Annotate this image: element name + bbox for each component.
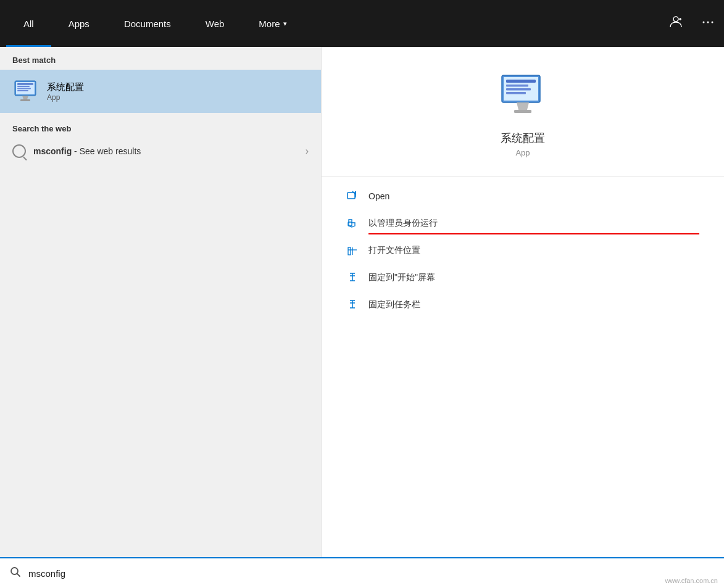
svg-rect-16 bbox=[506, 80, 536, 83]
app-detail-name: 系统配置 bbox=[501, 131, 545, 146]
search-web-label: Search the web bbox=[0, 113, 321, 139]
open-icon bbox=[346, 190, 359, 202]
menu-item-open-location-label: 打开文件位置 bbox=[368, 245, 420, 256]
watermark: www.cfan.com.cn bbox=[665, 577, 718, 584]
best-match-text: 系统配置 App bbox=[47, 81, 84, 102]
svg-point-5 bbox=[712, 21, 714, 23]
menu-item-run-as-admin-label: 以管理员身份运行 bbox=[368, 218, 438, 229]
tab-apps[interactable]: Apps bbox=[51, 0, 107, 47]
best-match-label: Best match bbox=[0, 47, 321, 70]
tab-web[interactable]: Web bbox=[188, 0, 242, 47]
menu-item-open-location[interactable]: 打开文件位置 bbox=[322, 237, 724, 264]
svg-rect-17 bbox=[506, 85, 528, 87]
chevron-down-icon: ▾ bbox=[283, 20, 287, 28]
main-content: Best match 系统配置 App Search bbox=[0, 47, 724, 557]
tab-more[interactable]: More ▾ bbox=[241, 0, 304, 47]
svg-marker-12 bbox=[22, 96, 28, 99]
search-suffix: - See web results bbox=[72, 146, 141, 156]
svg-rect-19 bbox=[506, 92, 526, 94]
menu-item-pin-taskbar-label: 固定到任务栏 bbox=[368, 299, 420, 310]
menu-item-run-as-admin[interactable]: 以管理员身份运行 bbox=[322, 210, 724, 237]
file-location-icon bbox=[346, 244, 359, 257]
menu-item-pin-start[interactable]: 固定到"开始"屏幕 bbox=[322, 264, 724, 291]
svg-point-4 bbox=[707, 21, 709, 23]
right-panel: 系统配置 App Open bbox=[321, 47, 724, 557]
menu-item-pin-taskbar[interactable]: 固定到任务栏 bbox=[322, 291, 724, 318]
app-name: 系统配置 bbox=[47, 81, 84, 93]
chevron-right-icon: › bbox=[306, 146, 309, 157]
svg-rect-9 bbox=[17, 86, 30, 87]
nav-right-icons bbox=[666, 12, 718, 35]
svg-rect-8 bbox=[17, 83, 33, 85]
svg-rect-22 bbox=[347, 193, 355, 199]
svg-line-33 bbox=[17, 573, 20, 576]
svg-point-3 bbox=[703, 21, 705, 23]
web-search-text: msconfig - See web results bbox=[33, 146, 298, 156]
ellipsis-icon[interactable] bbox=[698, 12, 718, 35]
svg-rect-21 bbox=[514, 110, 531, 113]
svg-rect-13 bbox=[20, 99, 30, 101]
web-search-row[interactable]: msconfig - See web results › bbox=[0, 139, 321, 163]
search-bar-icon bbox=[10, 566, 21, 581]
tab-all[interactable]: All bbox=[6, 0, 51, 47]
svg-marker-20 bbox=[517, 102, 529, 110]
left-panel: Best match 系统配置 App Search bbox=[0, 47, 321, 557]
app-type: App bbox=[47, 93, 84, 102]
svg-rect-0 bbox=[673, 17, 678, 22]
svg-rect-11 bbox=[17, 90, 28, 91]
app-icon bbox=[12, 78, 38, 104]
red-underline bbox=[368, 233, 699, 234]
shield-icon bbox=[346, 217, 359, 230]
app-detail-type: App bbox=[515, 148, 530, 157]
top-navigation: All Apps Documents Web More ▾ bbox=[0, 0, 724, 47]
svg-rect-25 bbox=[348, 247, 351, 255]
menu-item-open-label: Open bbox=[368, 191, 389, 201]
search-input[interactable] bbox=[28, 568, 714, 579]
menu-item-open[interactable]: Open bbox=[322, 183, 724, 210]
search-icon bbox=[12, 144, 26, 158]
best-match-item[interactable]: 系统配置 App bbox=[0, 70, 321, 113]
pin-start-icon bbox=[346, 271, 359, 284]
person-icon[interactable] bbox=[666, 12, 686, 35]
tab-documents[interactable]: Documents bbox=[107, 0, 188, 47]
app-detail-icon bbox=[498, 72, 547, 121]
menu-item-pin-start-label: 固定到"开始"屏幕 bbox=[368, 272, 435, 283]
search-bar: www.cfan.com.cn bbox=[0, 557, 724, 588]
context-menu: Open 以管理员身份运行 bbox=[322, 176, 724, 325]
search-query: msconfig bbox=[33, 146, 72, 156]
pin-taskbar-icon bbox=[346, 299, 359, 311]
app-detail-header: 系统配置 App bbox=[322, 47, 724, 176]
svg-rect-10 bbox=[17, 88, 31, 89]
svg-rect-18 bbox=[506, 88, 531, 91]
